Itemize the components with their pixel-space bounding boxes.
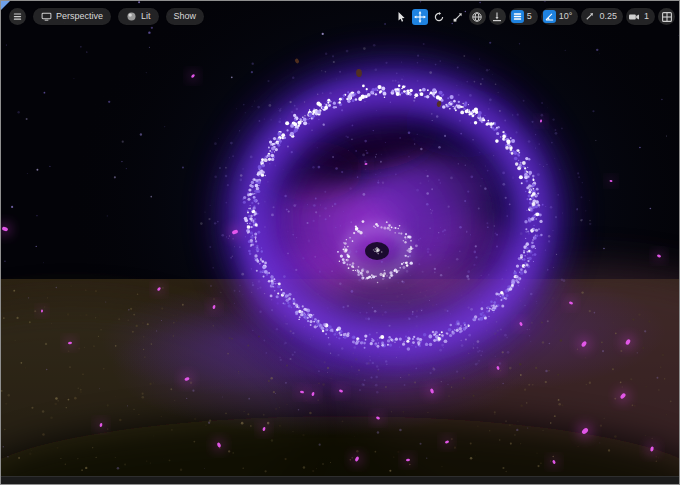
lit-label: Lit (141, 8, 151, 25)
viewport-camera-icon (41, 11, 52, 22)
grid-snap-control[interactable]: 5 (509, 8, 538, 25)
move-icon (414, 11, 426, 23)
grid-snap-icon (511, 10, 524, 23)
maximize-icon (661, 11, 673, 23)
camera-speed-value: 1 (644, 8, 649, 25)
rotate-tool-button[interactable] (431, 9, 447, 25)
editor-window: Perspective Lit Show (0, 0, 680, 485)
scale-snap-control[interactable]: 0.25 (581, 8, 623, 25)
camera-icon (628, 10, 641, 23)
viewport-toolbar-left: Perspective Lit Show (9, 8, 204, 25)
view-mode-button[interactable]: Lit (118, 8, 159, 25)
angle-snap-value: 10° (559, 8, 573, 25)
scale-tool-button[interactable] (450, 9, 466, 25)
cursor-icon (395, 11, 407, 23)
globe-icon (471, 11, 483, 23)
scale-icon (452, 11, 464, 23)
surface-snap-icon (491, 11, 503, 23)
hamburger-icon (12, 11, 23, 22)
move-tool-button[interactable] (412, 9, 428, 25)
maximize-viewport-button[interactable] (658, 8, 675, 25)
camera-speed-control[interactable]: 1 (626, 8, 655, 25)
scale-snap-value: 0.25 (599, 8, 617, 25)
select-tool-button[interactable] (393, 9, 409, 25)
perspective-label: Perspective (56, 8, 103, 25)
lit-sphere-icon (126, 11, 137, 22)
show-button[interactable]: Show (166, 8, 205, 25)
scene-render (1, 1, 679, 477)
angle-snap-control[interactable]: 10° (541, 8, 579, 25)
viewport-options-button[interactable] (9, 8, 26, 25)
rotate-icon (433, 11, 445, 23)
show-label: Show (174, 8, 197, 25)
viewport-toolbar-right: 5 10° 0.25 (393, 8, 675, 25)
angle-snap-icon (543, 10, 556, 23)
scale-snap-icon (583, 10, 596, 23)
grid-snap-value: 5 (527, 8, 532, 25)
surface-snap-button[interactable] (489, 8, 506, 25)
world-coordinate-button[interactable] (469, 8, 486, 25)
window-bottom-edge (1, 476, 679, 484)
perspective-button[interactable]: Perspective (33, 8, 111, 25)
viewport[interactable]: Perspective Lit Show (1, 1, 679, 477)
